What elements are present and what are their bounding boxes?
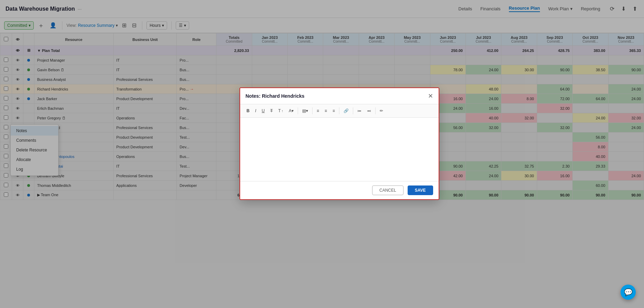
font-color-button[interactable]: A▾ [286, 107, 296, 115]
unordered-list-button[interactable]: ≕ [365, 107, 374, 115]
notes-modal: Notes: Richard Hendricks ✕ B I U T T↑ A▾… [239, 87, 439, 200]
modal-header: Notes: Richard Hendricks ✕ [240, 88, 439, 104]
toolbar-divider [312, 107, 313, 114]
ordered-list-button[interactable]: ≔ [355, 107, 364, 115]
chat-icon: 💬 [624, 288, 633, 296]
bold-button[interactable]: B [244, 107, 252, 115]
toolbar-divider [298, 107, 298, 114]
notes-editor[interactable] [244, 122, 435, 177]
underline-button[interactable]: U [259, 107, 267, 115]
toolbar-divider [353, 107, 353, 114]
modal-toolbar: B I U T T↑ A▾ ▤▾ ≡ ≡ ≡ 🔗 ≔ ≕ ✏ [240, 104, 439, 118]
modal-overlay[interactable]: Notes: Richard Hendricks ✕ B I U T T↑ A▾… [0, 0, 644, 308]
toolbar-divider [375, 107, 376, 114]
strikethrough-button[interactable]: T [268, 107, 275, 115]
chat-bubble[interactable]: 💬 [621, 285, 636, 300]
align-left-button[interactable]: ≡ [314, 107, 321, 115]
link-button[interactable]: 🔗 [341, 107, 351, 115]
background-button[interactable]: ▤▾ [300, 107, 310, 115]
align-right-button[interactable]: ≡ [330, 107, 337, 115]
modal-body [240, 118, 439, 181]
modal-footer: CANCEL SAVE [240, 181, 439, 199]
cancel-button[interactable]: CANCEL [372, 185, 403, 195]
superscript-button[interactable]: T↑ [276, 107, 286, 115]
align-center-button[interactable]: ≡ [322, 107, 329, 115]
italic-button[interactable]: I [253, 107, 258, 115]
toolbar-divider [339, 107, 339, 114]
modal-title: Notes: Richard Hendricks [246, 93, 305, 99]
code-button[interactable]: ✏ [377, 107, 386, 115]
save-button[interactable]: SAVE [408, 185, 433, 195]
close-button[interactable]: ✕ [428, 92, 433, 100]
